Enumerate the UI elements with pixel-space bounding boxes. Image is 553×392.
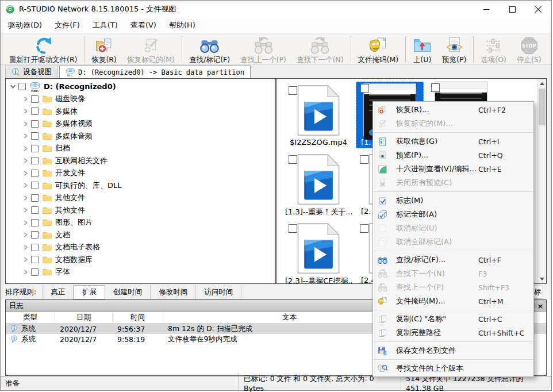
chevron-right-icon[interactable] [21, 183, 30, 188]
context-menu-item[interactable]: 文件掩码(M)...Ctrl+M [373, 294, 533, 308]
chevron-right-icon[interactable] [21, 146, 30, 151]
tree-item-folder[interactable]: 可执行的、库、DLL [6, 179, 275, 192]
checkbox[interactable] [289, 224, 297, 233]
chevron-right-icon[interactable] [21, 207, 30, 213]
chevron-right-icon[interactable] [21, 195, 30, 201]
tree-item-folder[interactable]: 互联网相关文件 [6, 155, 275, 167]
close-button[interactable] [525, 1, 551, 18]
context-menu-item[interactable]: 恢复(R)...Ctrl+F2 [373, 103, 533, 117]
log-column-header[interactable]: 类型 [6, 312, 55, 323]
log-close-button[interactable]: × [534, 300, 546, 312]
chevron-right-icon[interactable] [21, 171, 30, 176]
checkbox[interactable] [31, 219, 39, 226]
file-item[interactable]: [1.3]--重要！关于... [285, 153, 352, 217]
context-menu-item[interactable]: 标记全部(A) [373, 207, 533, 221]
maximize-button[interactable] [500, 1, 525, 18]
scroll-down-icon[interactable] [538, 274, 546, 283]
checkbox[interactable] [360, 224, 368, 233]
file-panel-scrollbar[interactable] [537, 79, 546, 283]
context-menu-item[interactable]: 复制(C) "名称"Ctrl+C [373, 312, 533, 326]
chevron-right-icon[interactable] [21, 257, 30, 262]
tree-item-folder[interactable]: 字体 [6, 266, 275, 279]
context-menu-item[interactable]: 寻找文件的上个版本 [373, 362, 533, 375]
sort-tab[interactable]: 修改时间 [151, 285, 196, 299]
chevron-right-icon[interactable] [21, 220, 30, 225]
tree-item-root[interactable]: Rec.D: (Recognized0) [6, 80, 275, 93]
sort-tab[interactable]: 访问时间 [196, 285, 241, 299]
context-menu-item[interactable]: 复制完整路径Ctrl+Shift+C [373, 326, 533, 340]
toolbar-button-preview[interactable]: 预览(P) [437, 35, 471, 65]
tree-item-folder[interactable]: 其他文件 [6, 192, 275, 205]
tree-item-folder[interactable]: 文档数据库 [6, 253, 275, 266]
tree-item-folder[interactable]: 文档电子表格 [6, 241, 275, 254]
chevron-right-icon[interactable] [21, 133, 30, 139]
tree-item-folder[interactable]: 多媒体视频 [6, 118, 275, 130]
file-item[interactable]: $I2ZSZOG.mp4 [285, 84, 352, 147]
context-menu-item[interactable]: 查找/标记(F)...Ctrl+F [373, 253, 533, 267]
checkbox[interactable] [31, 95, 39, 103]
toolbar-button-refresh-drive[interactable]: 重新打开驱动文件(R) [4, 35, 82, 65]
sort-tab[interactable]: 创建时间 [105, 285, 151, 299]
log-column-header[interactable]: 日期 [55, 312, 113, 323]
toolbar-button-file-mask[interactable]: 文件掩码(M) [353, 35, 404, 65]
tree-item-folder[interactable]: 多媒体 [6, 105, 275, 118]
context-menu-item[interactable]: 标志(M) [373, 194, 533, 207]
chevron-right-icon[interactable] [21, 121, 30, 126]
file-item[interactable]: [2.3]--掌握CE挖掘... [285, 222, 352, 284]
chevron-down-icon[interactable] [8, 84, 17, 89]
sort-tab[interactable]: 真正 [42, 285, 74, 299]
toolbar-separator [473, 36, 474, 63]
context-menu-item[interactable]: 获取信息(G)Ctrl+I [373, 134, 533, 148]
checkbox[interactable] [31, 170, 39, 177]
checkbox[interactable] [31, 132, 39, 140]
menubar-item[interactable]: 帮助(H) [163, 18, 202, 33]
context-menu-item[interactable]: 预览(P)...Ctrl+Q [373, 148, 533, 162]
chevron-right-icon[interactable] [21, 97, 30, 102]
checkbox[interactable] [31, 157, 39, 164]
tree-item-folder[interactable]: 图形、图片 [6, 217, 275, 229]
checkbox[interactable] [31, 268, 39, 276]
checkbox[interactable] [31, 194, 39, 202]
checkbox[interactable] [289, 155, 297, 164]
menubar-item[interactable]: 工具(T) [86, 18, 124, 33]
checkbox[interactable] [31, 120, 39, 128]
checkbox[interactable] [31, 182, 39, 189]
checkbox[interactable] [31, 231, 39, 239]
checkbox[interactable] [18, 83, 26, 90]
minimize-button[interactable] [474, 1, 500, 18]
tab-partition[interactable]: Rec. D: (Recognized0) -> Basic data part… [59, 66, 251, 78]
toolbar-button-find-mark[interactable]: 查找/标记(F) [184, 35, 235, 65]
checkbox[interactable] [360, 155, 368, 164]
chevron-right-icon[interactable] [21, 270, 30, 275]
log-column-header[interactable]: 时间 [113, 312, 163, 323]
scroll-up-icon[interactable] [538, 79, 546, 88]
toolbar-button-up-folder[interactable]: 上(U) [408, 35, 437, 65]
checkbox[interactable] [31, 244, 39, 251]
menubar-item[interactable]: 文件(F) [48, 18, 86, 33]
tab-device-view[interactable]: 设备视图 [5, 66, 58, 78]
toolbar-button-recover[interactable]: 恢复(R) [86, 35, 121, 65]
tree-item-folder[interactable]: 其他文件 [6, 204, 275, 217]
chevron-right-icon[interactable] [21, 109, 30, 114]
checkbox[interactable] [31, 145, 39, 152]
checkbox[interactable] [31, 206, 39, 214]
tree-item-folder[interactable]: 磁盘映像 [6, 93, 275, 106]
context-menu-item[interactable]: 保存文件名到文件 [373, 344, 533, 358]
tree-item-folder[interactable]: 文档 [6, 229, 275, 241]
checkbox[interactable] [31, 107, 39, 115]
checkbox[interactable] [31, 256, 39, 263]
checkbox[interactable] [289, 86, 297, 95]
tree-item-folder[interactable]: 多媒体音频 [6, 130, 275, 143]
scrollbar-thumb[interactable] [539, 89, 546, 125]
sort-tab[interactable]: 扩展 [74, 285, 105, 299]
context-menu-item[interactable]: 十六进制查看(V)/编辑...Ctrl+E [373, 162, 533, 176]
checkbox[interactable] [360, 84, 369, 93]
tree-item-folder[interactable]: 归档 [6, 143, 275, 155]
tree-item-folder[interactable]: 开发文件 [6, 167, 275, 180]
menubar-item[interactable]: 查看(V) [124, 18, 163, 33]
menubar-item[interactable]: 驱动器(D) [2, 18, 48, 33]
chevron-right-icon[interactable] [21, 245, 30, 250]
checkbox[interactable] [431, 83, 440, 92]
chevron-right-icon[interactable] [21, 232, 30, 237]
chevron-right-icon[interactable] [21, 158, 30, 163]
